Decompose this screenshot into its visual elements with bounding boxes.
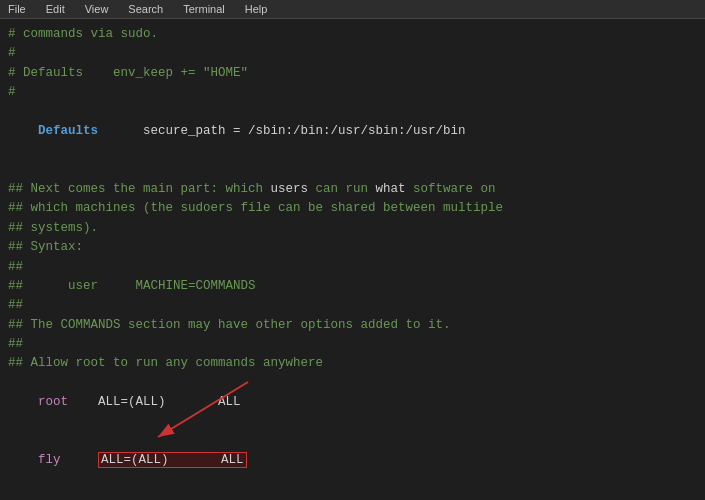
menu-search[interactable]: Search [124,2,167,16]
line-15: ## [8,335,697,354]
menu-file[interactable]: File [4,2,30,16]
line-10: ## Syntax: [8,238,697,257]
editor: # commands via sudo. # # Defaults env_ke… [0,19,705,500]
line-2: # [8,44,697,63]
line-defaults: Defaults secure_path = /sbin:/bin:/usr/s… [8,103,697,161]
menu-terminal[interactable]: Terminal [179,2,229,16]
line-12: ## user MACHINE=COMMANDS [8,277,697,296]
line-root: root ALL=(ALL) ALL [8,374,697,432]
line-fly: fly ALL=(ALL) ALL [8,432,697,500]
line-1: # commands via sudo. [8,25,697,44]
line-8: ## which machines (the sudoers file can … [8,199,697,218]
line-empty1 [8,161,697,180]
menu-bar: File Edit View Search Terminal Help [0,0,705,19]
line-11: ## [8,258,697,277]
line-4: # [8,83,697,102]
menu-view[interactable]: View [81,2,113,16]
line-13: ## [8,296,697,315]
menu-help[interactable]: Help [241,2,272,16]
line-7: ## Next comes the main part: which users… [8,180,697,199]
line-3: # Defaults env_keep += "HOME" [8,64,697,83]
menu-edit[interactable]: Edit [42,2,69,16]
line-16: ## Allow root to run any commands anywhe… [8,354,697,373]
line-14: ## The COMMANDS section may have other o… [8,316,697,335]
line-9: ## systems). [8,219,697,238]
